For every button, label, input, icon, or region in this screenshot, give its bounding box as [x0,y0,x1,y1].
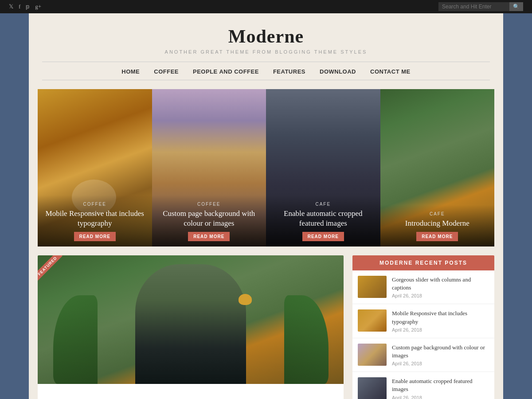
social-links: 𝕏 f 𝕡 g+ [9,3,41,10]
recent-post-item-2[interactable]: Mobile Responsive that includes typograp… [352,304,494,338]
recent-post-title-2: Mobile Responsive that includes typograp… [392,309,489,325]
slider-title-2: Custom page background with colour or im… [159,209,260,228]
slider-item-4[interactable]: CAFE Introducing Moderne READ MORE [380,89,495,246]
recent-post-thumb-1 [358,276,387,298]
top-bar: 𝕏 f 𝕡 g+ 🔍 [0,0,532,13]
recent-post-date-4: April 26, 2018 [392,395,489,399]
recent-post-item-1[interactable]: Gorgeous slider with columns and caption… [352,270,494,304]
recent-post-date-1: April 26, 2018 [392,293,489,298]
recent-post-date-2: April 26, 2018 [392,327,489,332]
nav-home[interactable]: HOME [121,68,140,75]
featured-image [38,255,344,384]
sidebar: MODERNE RECENT POSTS Gorgeous slider wit… [352,255,494,399]
read-more-btn-4[interactable]: READ MORE [416,232,458,241]
slider-item-1[interactable]: COFFEE Mobile Responsive that includes t… [38,89,152,246]
main-container: Moderne ANOTHER GREAT THEME FROM BLOGGIN… [29,13,503,399]
facebook-icon[interactable]: f [19,3,20,10]
nav-people-coffee[interactable]: PEOPLE AND COFFEE [193,68,259,75]
twitter-icon[interactable]: 𝕏 [9,3,13,10]
recent-post-title-3: Custom page background with colour or im… [392,344,489,360]
site-header: Moderne ANOTHER GREAT THEME FROM BLOGGIN… [29,13,503,62]
recent-post-info-2: Mobile Responsive that includes typograp… [392,309,489,332]
slider-overlay-1: COFFEE Mobile Responsive that includes t… [38,195,152,246]
slider-title-1: Mobile Responsive that includes typograp… [44,209,145,228]
recent-post-info-3: Custom page background with colour or im… [392,344,489,366]
slider-item-2[interactable]: COFFEE Custom page background with colou… [152,89,266,246]
slider-category-2: COFFEE [159,202,260,207]
nav-contact[interactable]: CONTACT ME [370,68,411,75]
slider-category-3: CAFE [273,202,374,207]
search-bar[interactable]: 🔍 [438,2,523,11]
recent-post-title-1: Gorgeous slider with columns and caption… [392,276,489,292]
read-more-btn-1[interactable]: READ MORE [74,232,116,241]
recent-post-thumb-4 [358,377,387,399]
recent-post-item-4[interactable]: Enable automatic cropped featured images… [352,372,494,399]
slider-category-1: COFFEE [44,202,145,207]
bottom-section: FEATURED MODERNE RECENT POSTS Gorgeous s… [38,255,494,399]
read-more-btn-3[interactable]: READ MORE [302,232,344,241]
recent-posts-widget: MODERNE RECENT POSTS Gorgeous slider wit… [352,255,494,399]
search-button[interactable]: 🔍 [509,2,523,11]
featured-badge: FEATURED [38,255,63,281]
site-subtitle: ANOTHER GREAT THEME FROM BLOGGING THEME … [29,49,503,55]
read-more-btn-2[interactable]: READ MORE [188,232,230,241]
recent-post-info-4: Enable automatic cropped featured images… [392,377,489,399]
slider-item-3[interactable]: CAFE Enable automatic cropped featured i… [266,89,380,246]
slider-category-4: CAFE [387,211,488,216]
recent-post-item-3[interactable]: Custom page background with colour or im… [352,338,494,372]
google-plus-icon[interactable]: g+ [35,3,41,10]
slider-title-3: Enable automatic cropped featured images [273,209,374,228]
slider-overlay-3: CAFE Enable automatic cropped featured i… [266,195,380,246]
recent-post-date-3: April 26, 2018 [392,361,489,366]
slider-grid: COFFEE Mobile Responsive that includes t… [38,89,494,246]
featured-post[interactable]: FEATURED [38,255,344,399]
recent-post-thumb-3 [358,344,387,366]
site-title: Moderne [29,26,503,47]
slider-overlay-4: CAFE Introducing Moderne READ MORE [380,205,495,246]
nav-coffee[interactable]: COFFEE [154,68,179,75]
recent-post-info-1: Gorgeous slider with columns and caption… [392,276,489,298]
slider-overlay-2: COFFEE Custom page background with colou… [152,195,266,246]
nav-download[interactable]: DOWNLOAD [320,68,356,75]
slider-title-4: Introducing Moderne [387,219,488,228]
widget-title: MODERNE RECENT POSTS [352,255,494,270]
recent-post-thumb-2 [358,309,387,332]
nav-features[interactable]: FEATURES [273,68,305,75]
pinterest-icon[interactable]: 𝕡 [26,3,30,10]
search-input[interactable] [438,2,509,11]
main-nav: HOME COFFEE PEOPLE AND COFFEE FEATURES D… [42,62,490,80]
recent-post-title-4: Enable automatic cropped featured images [392,377,489,393]
